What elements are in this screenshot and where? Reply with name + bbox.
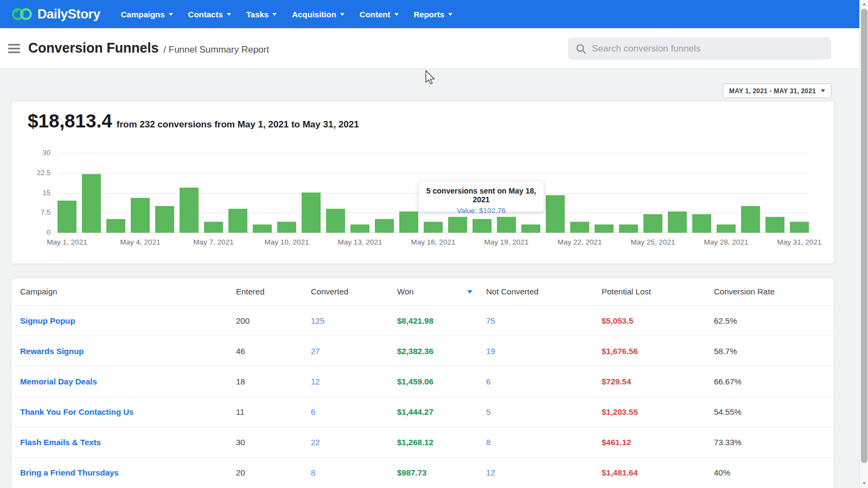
bar-May 27, 2021[interactable] — [692, 214, 711, 233]
column-label: Converted — [311, 287, 348, 296]
search-box[interactable] — [568, 37, 831, 60]
bar-May 19, 2021[interactable] — [497, 217, 516, 233]
not-converted-link[interactable]: 8 — [486, 438, 490, 447]
bar-May 3, 2021[interactable] — [106, 219, 125, 233]
nav-item-acquisition[interactable]: Acquisition — [284, 0, 352, 28]
bar-May 23, 2021[interactable] — [595, 224, 614, 233]
campaign-link[interactable]: Signup Popup — [20, 316, 75, 325]
campaign-link[interactable]: Flash Emails & Texts — [20, 438, 101, 447]
nav-item-contacts[interactable]: Contacts — [181, 0, 239, 28]
scrollbar-thumb[interactable] — [861, 9, 867, 463]
bar-May 24, 2021[interactable] — [619, 224, 638, 233]
cell-potential-lost: $461.12 — [593, 427, 706, 457]
bar-May 13, 2021[interactable] — [350, 224, 369, 233]
column-header-conversion-rate[interactable]: Conversion Rate — [706, 278, 834, 305]
brand[interactable]: DailyStory — [11, 6, 100, 22]
not-converted-link[interactable]: 12 — [486, 468, 495, 477]
column-header-converted[interactable]: Converted — [303, 278, 389, 305]
nav-item-label: Acquisition — [292, 10, 336, 19]
table-row: Flash Emails & Texts3022$1,268.128$461.1… — [11, 427, 834, 457]
bar-May 21, 2021[interactable] — [546, 195, 565, 233]
bar-May 14, 2021[interactable] — [375, 219, 394, 233]
date-range-button[interactable]: MAY 1, 2021 - MAY 31, 2021 — [723, 84, 832, 98]
total-conversion-value: $18,813.4 — [28, 110, 112, 132]
cell-entered: 46 — [228, 336, 303, 366]
brand-name: DailyStory — [37, 7, 100, 22]
bar-May 26, 2021[interactable] — [668, 211, 687, 233]
campaign-link[interactable]: Thank You For Contacting Us — [20, 407, 133, 416]
cell-entered: 200 — [228, 305, 303, 336]
not-converted-link[interactable]: 6 — [486, 377, 490, 386]
converted-link[interactable]: 22 — [311, 438, 320, 447]
nav-item-label: Content — [360, 10, 391, 19]
column-header-campaign[interactable]: Campaign — [11, 278, 228, 305]
bar-May 20, 2021[interactable] — [521, 224, 540, 233]
bar-May 7, 2021[interactable] — [204, 222, 223, 233]
bar-May 15, 2021[interactable] — [399, 211, 418, 233]
nav-item-campaigns[interactable]: Campaigns — [113, 0, 181, 28]
bar-May 17, 2021[interactable] — [448, 217, 467, 233]
tooltip-value: Value: $102.76 — [419, 207, 544, 215]
bar-May 11, 2021[interactable] — [302, 192, 321, 233]
bar-May 29, 2021[interactable] — [741, 206, 760, 233]
cell-not-converted: 5 — [478, 396, 593, 427]
bar-May 28, 2021[interactable] — [717, 224, 736, 233]
bar-May 4, 2021[interactable] — [131, 198, 150, 233]
bar-May 5, 2021[interactable] — [155, 206, 174, 233]
campaign-link[interactable]: Bring a Friend Thursdays — [20, 468, 119, 477]
bar-May 22, 2021[interactable] — [570, 222, 589, 233]
converted-link[interactable]: 27 — [311, 346, 320, 356]
column-header-potential-lost[interactable]: Potential Lost — [593, 278, 706, 305]
column-label: Potential Lost — [602, 287, 651, 296]
scroll-up-icon[interactable]: ▲ — [860, 0, 868, 9]
cell-not-converted: 75 — [478, 305, 593, 336]
column-header-won[interactable]: Won — [389, 278, 478, 305]
converted-link[interactable]: 8 — [311, 468, 315, 477]
date-range-label: MAY 1, 2021 - MAY 31, 2021 — [729, 87, 816, 95]
cell-campaign: Rewards Signup — [11, 336, 228, 366]
bar-May 25, 2021[interactable] — [643, 214, 662, 233]
cell-campaign: Signup Popup — [11, 305, 228, 336]
campaign-link[interactable]: Rewards Signup — [20, 346, 84, 356]
bar-May 12, 2021[interactable] — [326, 209, 345, 233]
scroll-down-icon[interactable]: ▼ — [860, 479, 868, 488]
vertical-scrollbar[interactable]: ▲ ▼ — [859, 0, 868, 488]
x-tick-label: May 10, 2021 — [265, 238, 309, 246]
cell-won: $2,382.36 — [389, 336, 478, 366]
bar-May 31, 2021[interactable] — [790, 222, 809, 233]
not-converted-link[interactable]: 5 — [486, 407, 490, 416]
caret-down-icon — [394, 13, 399, 16]
x-tick-label: May 4, 2021 — [120, 238, 160, 246]
x-tick-label: May 28, 2021 — [704, 238, 749, 246]
column-header-entered[interactable]: Entered — [228, 278, 303, 305]
bar-May 9, 2021[interactable] — [253, 224, 272, 233]
dailystory-logo-icon — [11, 6, 34, 22]
menu-icon[interactable] — [8, 44, 20, 53]
bar-May 16, 2021[interactable] — [424, 222, 443, 233]
column-header-not-converted[interactable]: Not Converted — [478, 278, 593, 305]
nav-item-tasks[interactable]: Tasks — [239, 0, 284, 28]
converted-link[interactable]: 6 — [311, 407, 315, 416]
bar-May 18, 2021[interactable] — [473, 219, 492, 233]
x-tick-label: May 7, 2021 — [193, 238, 233, 246]
not-converted-link[interactable]: 75 — [486, 316, 495, 325]
campaign-link[interactable]: Memorial Day Deals — [20, 377, 97, 386]
bar-May 30, 2021[interactable] — [765, 217, 784, 233]
cell-conversion-rate: 40% — [706, 457, 834, 487]
bar-May 8, 2021[interactable] — [228, 209, 247, 233]
cell-potential-lost: $1,676.56 — [593, 336, 706, 366]
search-input[interactable] — [592, 43, 831, 54]
converted-link[interactable]: 125 — [311, 316, 324, 325]
funnel-summary-table: CampaignEnteredConvertedWonNot Converted… — [11, 278, 834, 487]
nav-item-content[interactable]: Content — [352, 0, 406, 28]
converted-link[interactable]: 12 — [311, 377, 320, 386]
bar-May 10, 2021[interactable] — [277, 222, 296, 233]
page-subtitle: / Funnel Summary Report — [163, 44, 269, 55]
not-converted-link[interactable]: 19 — [486, 346, 495, 356]
nav-item-label: Campaigns — [121, 10, 165, 19]
bar-May 6, 2021[interactable] — [180, 188, 199, 233]
cell-campaign: Flash Emails & Texts — [11, 427, 228, 457]
bar-May 2, 2021[interactable] — [82, 174, 101, 233]
bar-May 1, 2021[interactable] — [58, 201, 76, 233]
nav-item-reports[interactable]: Reports — [406, 0, 461, 28]
